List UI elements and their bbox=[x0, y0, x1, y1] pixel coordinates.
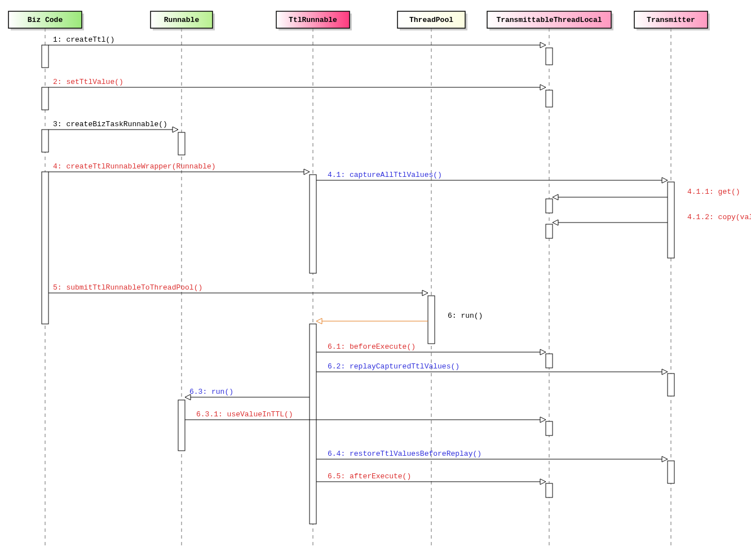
activation-ttl bbox=[546, 421, 553, 435]
arrowhead-icon bbox=[422, 290, 428, 296]
message-label: 6: run() bbox=[448, 312, 483, 320]
participant-label-tp: ThreadPool bbox=[409, 16, 453, 24]
message-label: 6.2: replayCapturedTtlValues() bbox=[328, 362, 460, 371]
arrowhead-icon bbox=[662, 456, 668, 462]
arrowhead-icon bbox=[316, 318, 322, 324]
message-label: 6.1: beforeExecute() bbox=[328, 343, 416, 351]
arrowhead-icon bbox=[553, 194, 558, 200]
activation-ttlr bbox=[310, 175, 316, 273]
participant-label-ttl: TransmittableThreadLocal bbox=[496, 16, 602, 24]
sequence-diagram: Biz CodeRunnableTtlRunnableThreadPoolTra… bbox=[0, 0, 751, 560]
activation-tx bbox=[668, 182, 674, 258]
activation-biz bbox=[42, 130, 48, 152]
activation-run bbox=[178, 400, 185, 451]
message-label: 4.1.1: get() bbox=[687, 188, 740, 196]
message-label: 2: setTtlValue() bbox=[53, 78, 123, 86]
participant-label-biz: Biz Code bbox=[28, 16, 63, 24]
message-label: 6.3: run() bbox=[189, 388, 233, 396]
message-label: 4.1: captureAllTtlValues() bbox=[328, 171, 442, 179]
arrowhead-icon bbox=[540, 349, 546, 355]
activation-ttl bbox=[546, 224, 553, 238]
message-label: 6.4: restoreTtlValuesBeforeReplay() bbox=[328, 450, 481, 458]
activation-tp bbox=[428, 296, 435, 344]
activation-ttl bbox=[546, 483, 553, 497]
activation-biz bbox=[42, 45, 48, 68]
activation-run bbox=[178, 132, 185, 155]
participant-label-run: Runnable bbox=[164, 16, 200, 24]
activation-ttl bbox=[546, 199, 553, 213]
activation-tx bbox=[668, 461, 674, 483]
participant-label-tx: Transmitter bbox=[647, 16, 695, 24]
message-label: 6.3.1: useValueInTTL() bbox=[196, 410, 293, 419]
activation-biz bbox=[42, 172, 48, 324]
arrowhead-icon bbox=[540, 85, 546, 90]
arrowhead-icon bbox=[662, 369, 668, 375]
activation-tx bbox=[668, 374, 674, 396]
activation-ttlr bbox=[310, 324, 316, 524]
activation-ttl bbox=[546, 90, 553, 107]
activation-ttl bbox=[546, 354, 553, 368]
message-label: 4.1.2: copy(value:T) bbox=[687, 213, 751, 221]
message-label: 3: createBizTaskRunnable() bbox=[53, 120, 167, 128]
arrowhead-icon bbox=[304, 169, 310, 175]
activation-biz bbox=[42, 87, 48, 110]
message-label: 1: createTtl() bbox=[53, 35, 114, 44]
activation-ttl bbox=[546, 48, 553, 65]
message-label: 5: submitTtlRunnableToThreadPool() bbox=[53, 283, 202, 292]
arrowhead-icon bbox=[662, 177, 668, 183]
arrowhead-icon bbox=[553, 220, 558, 225]
arrowhead-icon bbox=[173, 127, 178, 132]
arrowhead-icon bbox=[540, 42, 546, 48]
participant-label-ttlr: TtlRunnable bbox=[289, 16, 337, 24]
message-label: 6.5: afterExecute() bbox=[328, 472, 411, 481]
arrowhead-icon bbox=[540, 417, 546, 423]
message-label: 4: createTtlRunnableWrapper(Runnable) bbox=[53, 162, 216, 171]
arrowhead-icon bbox=[540, 479, 546, 485]
